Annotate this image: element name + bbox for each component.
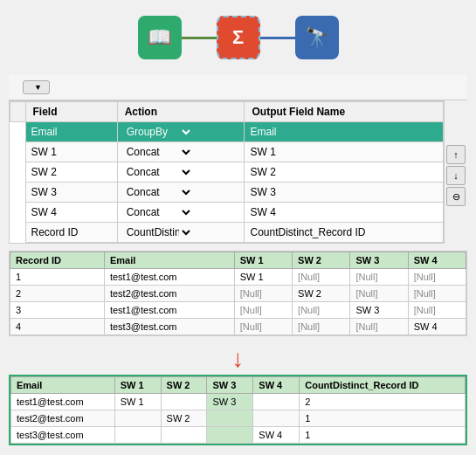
input-cell: [Null]: [408, 269, 466, 286]
action-cell[interactable]: GroupBy: [117, 122, 245, 142]
output-cell: SW 4: [253, 427, 300, 444]
output-cell: SW 3: [207, 394, 253, 410]
row-arrow: [10, 183, 26, 203]
output-cell: SW 4: [245, 203, 444, 223]
input-table-row: 2test2@test.com[Null]SW 2[Null][Null]: [10, 286, 466, 302]
arrow-down-wrapper: ↓: [9, 343, 467, 375]
actions-wrapper: Field Action Output Field Name ▶ Email G…: [9, 100, 467, 251]
input-col-header: SW 1: [234, 252, 292, 269]
input-cell: 4: [10, 319, 105, 335]
actions-table: Field Action Output Field Name ▶ Email G…: [10, 101, 444, 243]
field-cell: SW 3: [25, 183, 117, 203]
null-value: [Null]: [240, 305, 262, 315]
output-cell: 2: [300, 394, 466, 410]
input-cell: [Null]: [293, 319, 350, 335]
actions-row[interactable]: SW 3 Concat SW 3: [10, 183, 444, 203]
field-cell: SW 2: [25, 162, 117, 183]
row-arrow: ▶: [10, 122, 26, 142]
node-summarize[interactable]: Σ: [217, 16, 260, 59]
col-arrow: [10, 102, 26, 122]
null-value: [Null]: [414, 305, 436, 315]
action-select[interactable]: CountDistinct: [123, 225, 193, 239]
add-button[interactable]: ▼: [23, 80, 50, 94]
node-input: 📖: [138, 16, 182, 59]
field-cell: Record ID: [25, 223, 117, 243]
output-cell: [161, 394, 207, 410]
col-action: Action: [117, 102, 245, 122]
input-cell: [Null]: [350, 319, 408, 335]
input-cell: test2@test.com: [104, 286, 234, 302]
connector-1: [182, 37, 217, 39]
input-cell: [Null]: [408, 302, 466, 319]
output-table-row: test2@test.comSW 21: [11, 410, 466, 427]
output-col-header: SW 3: [207, 377, 253, 394]
output-col-header: SW 2: [161, 377, 207, 394]
arrow-down-icon: ↓: [232, 347, 245, 371]
input-table-wrapper: Record IDEmailSW 1SW 2SW 3SW 4 1test1@te…: [9, 251, 467, 336]
sigma-icon: Σ: [232, 26, 244, 49]
input-cell: [Null]: [408, 286, 466, 302]
output-col-header: CountDistinct_Record ID: [300, 377, 466, 394]
output-cell: Email: [245, 122, 444, 142]
input-cell: SW 4: [408, 319, 466, 335]
col-output: Output Field Name: [245, 102, 444, 122]
input-table-row: 1test1@test.comSW 1[Null][Null][Null]: [10, 269, 466, 286]
null-value: [Null]: [355, 321, 377, 332]
output-cell: test1@test.com: [11, 394, 115, 410]
output-cell: [207, 410, 253, 427]
action-cell[interactable]: Concat: [117, 142, 245, 162]
action-cell[interactable]: Concat: [117, 162, 245, 183]
move-up-button[interactable]: ↑: [446, 145, 466, 164]
action-cell[interactable]: Concat: [117, 203, 245, 223]
actions-row[interactable]: ▶ Email GroupBy Email: [10, 122, 444, 142]
input-cell: 1: [10, 269, 105, 286]
workflow-bar: 📖 Σ 🔭: [9, 9, 467, 66]
output-cell: [161, 427, 207, 444]
row-arrow: [10, 142, 26, 162]
main-container: 📖 Σ 🔭 ▼ Field A: [0, 0, 476, 454]
input-col-header: SW 4: [408, 252, 466, 269]
output-col-header: Email: [11, 377, 115, 394]
actions-row[interactable]: Record ID CountDistinct CountDistinct_Re…: [10, 223, 444, 243]
action-cell[interactable]: Concat: [117, 183, 245, 203]
action-select[interactable]: Concat: [123, 205, 193, 219]
input-col-header: Record ID: [10, 252, 105, 269]
actions-row[interactable]: SW 4 Concat SW 4: [10, 203, 444, 223]
output-table-row: test1@test.comSW 1SW 32: [11, 394, 466, 410]
action-select[interactable]: Concat: [123, 165, 193, 179]
node-output: 🔭: [295, 16, 339, 59]
input-cell: test1@test.com: [104, 269, 234, 286]
row-arrow: [10, 223, 26, 243]
output-cell: SW 2: [245, 162, 444, 183]
output-cell: SW 2: [161, 410, 207, 427]
null-value: [Null]: [298, 272, 320, 282]
input-table-row: 4test3@test.com[Null][Null][Null]SW 4: [10, 319, 466, 335]
action-select[interactable]: Concat: [123, 145, 193, 159]
input-cell: [Null]: [293, 269, 350, 286]
move-down-button[interactable]: ↓: [446, 166, 466, 185]
null-value: [Null]: [240, 288, 262, 299]
input-cell: 2: [10, 286, 105, 302]
output-cell: test3@test.com: [11, 427, 115, 444]
output-cell: [253, 394, 300, 410]
output-col-header: SW 4: [253, 377, 300, 394]
actions-row[interactable]: SW 2 Concat SW 2: [10, 162, 444, 183]
connector-2: [260, 37, 295, 39]
action-select[interactable]: GroupBy: [123, 125, 193, 139]
action-select[interactable]: Concat: [123, 185, 193, 199]
output-cell: [114, 410, 161, 427]
input-col-header: SW 3: [350, 252, 408, 269]
input-cell: 3: [10, 302, 105, 319]
output-col-header: SW 1: [114, 377, 161, 394]
output-cell: CountDistinct_Record ID: [245, 223, 444, 243]
input-col-header: SW 2: [293, 252, 350, 269]
input-cell: SW 2: [293, 286, 350, 302]
actions-table-container: Field Action Output Field Name ▶ Email G…: [9, 100, 445, 251]
row-arrow: [10, 203, 26, 223]
remove-button[interactable]: ⊖: [446, 187, 466, 206]
actions-row[interactable]: SW 1 Concat SW 1: [10, 142, 444, 162]
action-cell[interactable]: CountDistinct: [117, 223, 245, 243]
null-value: [Null]: [355, 288, 377, 299]
input-cell: [Null]: [234, 319, 292, 335]
input-cell: [Null]: [350, 286, 408, 302]
